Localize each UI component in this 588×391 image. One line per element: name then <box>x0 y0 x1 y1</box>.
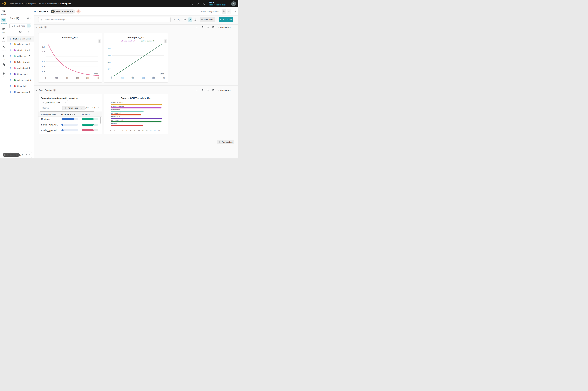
breadcrumb-project[interactable]: zoo_experiment <box>42 2 57 5</box>
toolbar-more-options-icon[interactable] <box>173 18 175 21</box>
run-name[interactable]: wild-c...mos-7 <box>17 55 30 57</box>
metric-select-dropdown[interactable]: _wandb.runtime <box>41 100 68 104</box>
column-correlation[interactable]: Correlation <box>81 113 90 115</box>
run-color-dot[interactable] <box>14 49 16 51</box>
section-magic-wand-icon[interactable] <box>201 89 204 92</box>
sidebar-item-overview[interactable]: Overview <box>0 7 7 16</box>
notifications-bell-icon[interactable] <box>196 2 199 5</box>
section-header-panel-section[interactable]: Panel Section 2 <box>36 89 56 92</box>
section-add-panels-button[interactable]: Add panels <box>217 89 231 92</box>
run-row[interactable]: exalted-surf-5 <box>7 65 34 71</box>
personal-workspace-badge[interactable]: N Personal workspace <box>51 9 75 13</box>
visibility-eye-icon[interactable] <box>9 91 12 93</box>
section-header-train[interactable]: train 2 <box>36 26 47 29</box>
add-panels-button[interactable]: Add panels <box>219 17 233 22</box>
run-name[interactable]: fallen-dawn-6 <box>17 61 29 63</box>
column-config-parameter[interactable]: Config parameter <box>41 113 61 115</box>
runs-column-name[interactable]: Name <box>13 38 19 40</box>
outliers-toggle-button[interactable] <box>188 17 192 22</box>
section-magic-wand-icon[interactable] <box>201 26 204 28</box>
param-table-row[interactable]: model_type.val... <box>38 122 102 128</box>
legend-item[interactable]: : - <box>68 40 72 42</box>
run-row[interactable]: fallen-dawn-6 <box>7 59 34 65</box>
workspace-settings-gear-icon[interactable] <box>194 18 197 21</box>
breadcrumb-team[interactable]: smle-reg-team-2 <box>10 2 25 5</box>
visibility-eye-icon[interactable] <box>9 79 12 81</box>
breadcrumb-projects[interactable]: Projects <box>28 2 36 5</box>
undo-button[interactable] <box>222 9 226 14</box>
section-smoothing-icon[interactable] <box>212 89 215 92</box>
run-color-dot[interactable] <box>14 85 16 87</box>
magic-wand-button[interactable] <box>80 106 85 110</box>
wandb-logo-icon[interactable] <box>2 1 6 6</box>
sidebar-item-reports[interactable]: Reports <box>0 61 7 70</box>
run-row[interactable]: trim-moon-4 <box>7 71 34 77</box>
runs-search-input[interactable] <box>14 25 27 27</box>
run-color-dot[interactable] <box>14 55 16 57</box>
run-row[interactable]: golden...nset-3 <box>7 77 34 83</box>
section-smoothing-icon[interactable] <box>212 26 215 28</box>
filter-icon[interactable] <box>11 30 13 33</box>
run-name[interactable]: exalted-surf-5 <box>17 67 30 69</box>
new-report-button[interactable]: New report <box>200 17 215 22</box>
runs-table-expand-button[interactable] <box>27 17 31 20</box>
visibility-eye-icon[interactable] <box>9 43 12 45</box>
run-row[interactable]: wild-c...mos-7 <box>7 53 34 59</box>
help-icon[interactable] <box>202 2 205 5</box>
column-importance[interactable]: Importance <box>61 113 81 115</box>
run-row[interactable]: colorfu...gurt-9 <box>7 41 34 47</box>
visibility-eye-icon[interactable] <box>9 61 12 63</box>
chevron-down-icon[interactable] <box>36 26 37 28</box>
section-x-axis-icon[interactable]: x <box>207 26 209 28</box>
breadcrumb-page[interactable]: Workspace <box>60 2 71 5</box>
visibility-eye-icon[interactable] <box>9 49 12 51</box>
header-more-options-icon[interactable] <box>234 10 236 13</box>
run-color-dot[interactable] <box>14 91 16 93</box>
panel-parameter-importance[interactable]: Parameter importance with respect to _wa… <box>38 94 102 134</box>
legend-item[interactable]: glowing-shadow-8 <box>118 40 135 42</box>
sort-icon[interactable] <box>27 30 30 33</box>
clear-workspace-button[interactable] <box>77 9 81 13</box>
redo-button[interactable] <box>227 9 231 14</box>
search-icon[interactable] <box>190 2 193 5</box>
visibility-eye-icon[interactable] <box>9 85 12 87</box>
sidebar-item-jobs[interactable]: Jobs <box>0 34 7 43</box>
visibility-eye-icon[interactable] <box>9 55 12 57</box>
pager-chevron-left-icon[interactable] <box>98 106 100 109</box>
run-name[interactable]: golden...nset-3 <box>17 79 31 81</box>
vertical-scrollbar[interactable] <box>100 117 101 124</box>
run-name[interactable]: trim-moon-4 <box>17 73 28 75</box>
param-table-row[interactable]: model_type.val... <box>38 128 102 133</box>
visibility-eye-icon[interactable] <box>9 67 12 69</box>
run-row[interactable]: trim-rain-2 <box>7 83 34 89</box>
run-name[interactable]: colorfu...gurt-9 <box>17 43 30 45</box>
panel-train-loss-chart[interactable]: train/train_loss : - 0.40.60.811.21.4020… <box>38 33 102 83</box>
run-name[interactable]: summ...sma-1 <box>17 91 30 93</box>
run-color-dot[interactable] <box>14 67 16 69</box>
run-color-dot[interactable] <box>14 73 16 75</box>
parameters-button[interactable]: Parameters <box>62 105 85 110</box>
sidebar-item-runs[interactable]: Runs <box>0 25 7 34</box>
run-color-dot[interactable] <box>14 43 16 45</box>
sidebar-item-workspace[interactable]: Workspace <box>0 16 7 25</box>
x-axis-settings-icon[interactable]: x <box>178 18 181 21</box>
page-range-dropdown[interactable]: 1-9 <box>85 107 88 109</box>
run-name[interactable]: glowin...dow-8 <box>17 49 30 51</box>
visibility-eye-icon[interactable] <box>9 38 12 40</box>
avatar[interactable]: N <box>231 1 236 6</box>
panel-search-input[interactable] <box>43 18 170 21</box>
section-more-options-icon[interactable] <box>196 26 199 28</box>
page-next-chevron-icon[interactable] <box>29 154 31 156</box>
sidebar-item-automat[interactable]: Automat. <box>0 43 7 52</box>
run-row[interactable]: glowin...dow-8 <box>7 47 34 53</box>
sidebar-item-sweeps[interactable]: Sweeps <box>0 52 7 61</box>
legend-item[interactable]: golden-sunset-3 <box>138 40 154 42</box>
user-org-link[interactable]: smle-registries-bug-b... <box>209 4 228 6</box>
chevron-down-icon[interactable] <box>36 89 37 91</box>
section-add-panels-button[interactable]: Add panels <box>217 26 231 28</box>
smoothing-iron-icon[interactable] <box>183 18 186 21</box>
regex-toggle-button[interactable]: .* <box>27 24 30 27</box>
group-list-icon[interactable] <box>19 30 22 33</box>
param-table-row[interactable]: Runtime <box>38 116 102 122</box>
panel-epoch-ndx-chart[interactable]: train/epoch_ndx glowing-shadow-8golden-s… <box>104 33 168 83</box>
